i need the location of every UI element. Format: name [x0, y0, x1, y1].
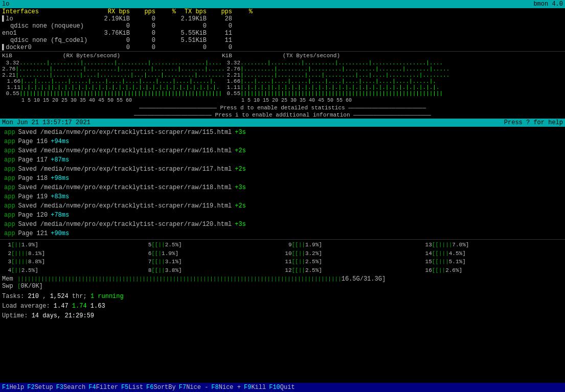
interface-rx-bps: 3.76KiB — [99, 30, 130, 37]
log-time: +78ms — [51, 211, 69, 220]
press-detail-msg: ——————————————————————— Press d to enabl… — [0, 104, 565, 111]
bottom-key[interactable]: F4 — [88, 384, 96, 391]
log-app: app — [4, 229, 15, 238]
swp-val: 0K/0K] — [21, 283, 43, 290]
tx-level-label: 1.66 — [222, 78, 240, 84]
tx-level-label: 2.21 — [222, 72, 240, 78]
cpu-cell: 7[[||3.1%] — [142, 258, 282, 266]
tx-level-line: ||||||||||||||||||||||||||||||||||||||||… — [240, 90, 443, 97]
interface-tx-pct — [232, 37, 253, 44]
cpu-id: 12 — [283, 266, 292, 275]
bottom-label: Nice - — [186, 384, 208, 391]
cpu-pct: 2.5%] — [305, 258, 322, 266]
bottom-label: Setup — [35, 384, 53, 391]
bottom-key[interactable]: F5 — [121, 384, 128, 391]
rx-level-line: |...|....|....|.....|....|....|....|....… — [20, 78, 216, 84]
interface-tx-pps: 11 — [207, 37, 232, 44]
log-time: +98ms — [51, 174, 69, 183]
bottom-key[interactable]: F6 — [146, 384, 153, 391]
tasks-comma: , — [42, 293, 50, 300]
log-app: app — [4, 220, 15, 229]
interface-row: ▌lo2.19KiB02.19KiB28 — [0, 15, 565, 22]
tasks-label: Tasks: — [2, 293, 24, 300]
cpu-cell: 15[[|||5.1%] — [423, 258, 563, 266]
cpu-cell: 8[[||3.8%] — [142, 266, 282, 275]
bottom-label: Filter — [96, 384, 118, 391]
tx-level-line: |.........|.........|.........|.........… — [240, 66, 449, 72]
cpu-bar: [[|| — [151, 241, 165, 249]
bottom-key[interactable]: F7 — [179, 384, 186, 391]
interface-tx-pct — [232, 22, 253, 30]
log-app: app — [4, 211, 15, 220]
log-time: +83ms — [51, 192, 69, 201]
log-app: app — [4, 192, 15, 201]
cpu-cell: 11[[||2.5%] — [283, 258, 423, 266]
cpu-id: 11 — [283, 258, 292, 266]
cpu-row: 1[||1.9%]5[[||2.5%]9[[||1.9%]13[[||||7.0… — [2, 241, 563, 249]
log-text: Page 120 — [18, 211, 48, 220]
interface-tx-bps: 0 — [176, 22, 207, 30]
mem-val: 16.5G/31.3G] — [342, 275, 386, 283]
rx-graph-row: 0.55||||||||||||||||||||||||||||||||||||… — [2, 90, 222, 97]
interface-row: qdisc none (noqueue)0000 — [0, 22, 565, 30]
log-app: app — [4, 201, 15, 211]
bottom-key[interactable]: F10 — [269, 384, 280, 391]
mem-row: Mem ||||||||||||||||||||||||||||||||||||… — [2, 275, 563, 283]
rx-level-label: 2.76 — [2, 66, 15, 72]
tx-level-line: |...|....|....|.....|....|....|....|....… — [240, 78, 436, 84]
tasks-line2: Load average: 1.47 1.74 1.63 — [2, 302, 563, 311]
tx-xaxis: 1 5 10 15 20 25 30 35 40 45 50 55 60 — [222, 98, 563, 103]
bottom-key[interactable]: F3 — [56, 384, 63, 391]
log-time: +94ms — [51, 137, 69, 146]
log-text: Saved /media/nvme/pro/exp/tracklytist-sc… — [18, 146, 232, 155]
cpu-pct: 2.5%] — [305, 266, 322, 275]
tasks-area: Tasks: 210 , 1,524 thr; 1 running Load a… — [0, 291, 565, 322]
cpu-pct: 7.0%] — [452, 241, 469, 249]
bottom-key[interactable]: F2 — [27, 384, 34, 391]
log-time: +2s — [235, 201, 246, 211]
cpu-area: 1[||1.9%]5[[||2.5%]9[[||1.9%]13[[||||7.0… — [0, 239, 565, 291]
rx-level-line: ||||||||||||||||||||||||||||||||||||||||… — [19, 90, 222, 97]
interface-tx-pps: 0 — [207, 22, 232, 30]
cpu-id: 5 — [142, 241, 151, 249]
tasks-thr: thr; — [72, 293, 87, 300]
interface-row: eno13.76KiB05.55KiB11 — [0, 30, 565, 37]
tasks-count: 210 — [28, 293, 39, 300]
cpu-bar: [|| — [11, 241, 21, 249]
rx-level-label: 1.66 — [2, 78, 20, 84]
rx-xaxis: 1 5 10 15 20 25 30 35 40 45 50 55 60 — [2, 98, 222, 103]
log-line: appPage 120+78ms — [4, 211, 561, 220]
log-line: appPage 118+98ms — [4, 174, 561, 183]
log-line: appSaved /media/nvme/pro/exp/tracklytist… — [4, 201, 561, 211]
interface-tx-pps: 11 — [207, 30, 232, 37]
cpu-pct: 8.8%] — [28, 258, 45, 266]
log-area: appSaved /media/nvme/pro/exp/tracklytist… — [0, 127, 565, 239]
log-line: appSaved /media/nvme/pro/exp/tracklytist… — [4, 165, 561, 174]
interface-rx-bps: 0 — [99, 37, 130, 44]
interface-rx-pct — [155, 37, 176, 44]
cpu-cell: 6[[|1.9%] — [142, 249, 282, 258]
bottom-key[interactable]: F8 — [211, 384, 218, 391]
rx-graph-row: 2.76|.........|.........|.........|.....… — [2, 66, 222, 72]
tasks-running: 1 running — [91, 293, 124, 300]
log-time: +3s — [235, 183, 246, 192]
bottom-label: SortBy — [154, 384, 176, 391]
load-5: 1.74 — [72, 303, 87, 310]
cpu-cell: 16[[||2.6%] — [423, 266, 563, 275]
log-time: +3s — [235, 128, 246, 137]
status-bar: Mon Jun 21 13:57:17 2021 Press ? for hel… — [0, 119, 565, 127]
bottom-key[interactable]: F9 — [244, 384, 251, 391]
log-app: app — [4, 137, 15, 146]
bottom-key[interactable]: F1 — [2, 384, 9, 391]
cpu-id: 4 — [2, 266, 11, 275]
tx-graph-rows: 3.32........|.........|.........|.......… — [222, 60, 563, 97]
swp-bar: [ — [17, 283, 21, 289]
mem-bar: ||||||||||||||||||||||||||||||||||||||||… — [17, 276, 342, 282]
interface-tx-pct — [232, 15, 253, 22]
cpu-bar: [[|| — [151, 258, 165, 266]
cpu-pct: 2.6%] — [445, 266, 462, 275]
interfaces-header: Interfaces RX bps pps % TX bps pps % — [0, 8, 565, 15]
log-time: +2s — [235, 165, 246, 174]
tx-graph-row: 3.32........|.........|.........|.......… — [222, 60, 563, 66]
tx-level-label: 3.32 — [222, 60, 240, 66]
